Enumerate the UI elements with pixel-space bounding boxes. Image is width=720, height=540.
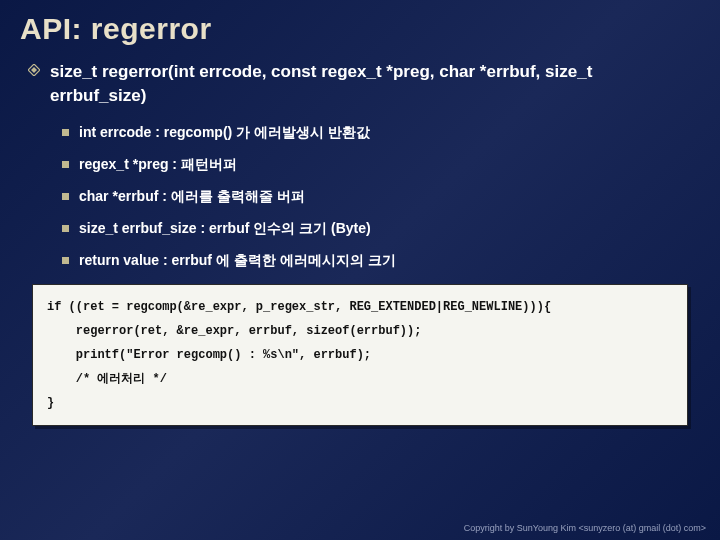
diamond-bullet-icon bbox=[28, 64, 40, 76]
slide-title: API: regerror bbox=[0, 0, 720, 52]
square-bullet-icon bbox=[62, 225, 69, 232]
param-text: char *errbuf : 에러를 출력해줄 버퍼 bbox=[79, 188, 305, 206]
list-item: return value : errbuf 에 출력한 에러메시지의 크기 bbox=[62, 252, 692, 270]
param-text: regex_t *preg : 패턴버퍼 bbox=[79, 156, 237, 174]
param-text: return value : errbuf 에 출력한 에러메시지의 크기 bbox=[79, 252, 396, 270]
slide-content: size_t regerror(int errcode, const regex… bbox=[0, 52, 720, 426]
param-text: size_t errbuf_size : errbuf 인수의 크기 (Byte… bbox=[79, 220, 371, 238]
list-item: regex_t *preg : 패턴버퍼 bbox=[62, 156, 692, 174]
list-item: size_t errbuf_size : errbuf 인수의 크기 (Byte… bbox=[62, 220, 692, 238]
svg-marker-1 bbox=[31, 67, 37, 73]
signature-line: size_t regerror(int errcode, const regex… bbox=[28, 60, 692, 108]
param-text: int errcode : regcomp() 가 에러발생시 반환값 bbox=[79, 124, 370, 142]
square-bullet-icon bbox=[62, 257, 69, 264]
list-item: char *errbuf : 에러를 출력해줄 버퍼 bbox=[62, 188, 692, 206]
square-bullet-icon bbox=[62, 129, 69, 136]
copyright-footer: Copyright by SunYoung Kim <sunyzero (at)… bbox=[464, 523, 706, 533]
square-bullet-icon bbox=[62, 161, 69, 168]
parameter-list: int errcode : regcomp() 가 에러발생시 반환값 rege… bbox=[28, 124, 692, 270]
square-bullet-icon bbox=[62, 193, 69, 200]
list-item: int errcode : regcomp() 가 에러발생시 반환값 bbox=[62, 124, 692, 142]
function-signature: size_t regerror(int errcode, const regex… bbox=[50, 60, 692, 108]
code-block: if ((ret = regcomp(&re_expr, p_regex_str… bbox=[32, 284, 688, 426]
